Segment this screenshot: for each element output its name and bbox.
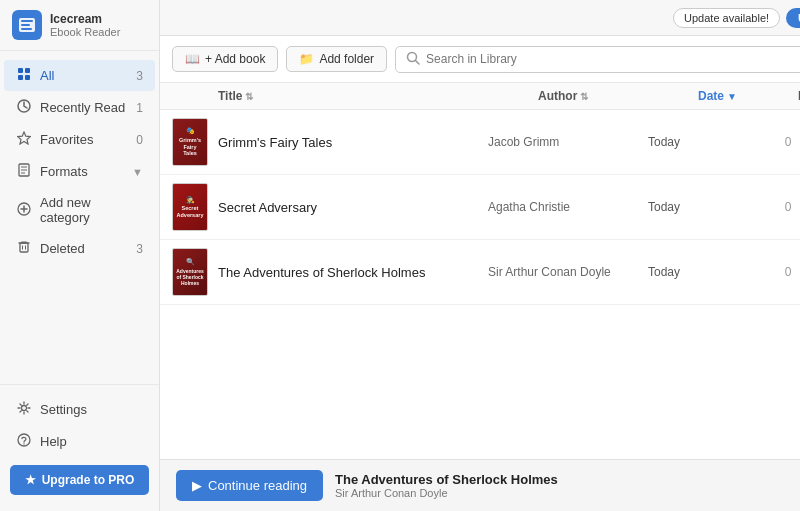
sidebar-item-settings[interactable]: Settings bbox=[4, 394, 155, 425]
continue-reading-label: Continue reading bbox=[208, 478, 307, 493]
sidebar-item-favorites[interactable]: Favorites 0 bbox=[4, 124, 155, 155]
sidebar-nav: All 3 Recently Read 1 Favorites 0 Format… bbox=[0, 51, 159, 384]
bottom-book-author: Sir Arthur Conan Doyle bbox=[335, 487, 800, 499]
sidebar-footer: Settings Help ★ Upgrade to PRO bbox=[0, 384, 159, 511]
settings-icon bbox=[16, 401, 32, 418]
sidebar-favorites-label: Favorites bbox=[40, 132, 128, 147]
book-cover-secret-adversary: 🕵 Secret Adversary bbox=[172, 183, 208, 231]
sidebar-recently-read-label: Recently Read bbox=[40, 100, 128, 115]
star-icon: ★ bbox=[25, 473, 36, 487]
sidebar-item-formats[interactable]: Formats ▼ bbox=[4, 156, 155, 187]
book-list: 🎭 Grimm's Fairy Tales Grimm's Fairy Tale… bbox=[160, 110, 800, 459]
app-title: Icecream Ebook Reader bbox=[50, 12, 120, 38]
book-cover-sherlock: 🔍 Adventures of Sherlock Holmes bbox=[172, 248, 208, 296]
book-title-secret-adversary: Secret Adversary bbox=[218, 200, 488, 215]
table-row[interactable]: 🕵 Secret Adversary Secret Adversary Agat… bbox=[160, 175, 800, 240]
formats-icon bbox=[16, 163, 32, 180]
svg-rect-6 bbox=[18, 75, 23, 80]
col-header-date[interactable]: Date ▼ bbox=[698, 89, 798, 103]
recently-read-icon bbox=[16, 99, 32, 116]
book-title-sherlock: The Adventures of Sherlock Holmes bbox=[218, 265, 488, 280]
titlebar: Update available! Upgrade to PRO − □ × bbox=[160, 0, 800, 36]
sidebar: Icecream Ebook Reader All 3 Recently Rea… bbox=[0, 0, 160, 511]
upgrade-pro-titlebar-button[interactable]: Upgrade to PRO bbox=[786, 8, 800, 28]
sidebar-item-deleted[interactable]: Deleted 3 bbox=[4, 233, 155, 264]
book-date-secret-adversary: Today bbox=[648, 200, 748, 214]
svg-point-20 bbox=[22, 406, 27, 411]
sidebar-formats-label: Formats bbox=[40, 164, 124, 179]
sidebar-item-add-category[interactable]: Add new category bbox=[4, 188, 155, 232]
table-row[interactable]: 🎭 Grimm's Fairy Tales Grimm's Fairy Tale… bbox=[160, 110, 800, 175]
author-sort-icon: ⇅ bbox=[580, 91, 588, 102]
add-book-label: + Add book bbox=[205, 52, 265, 66]
sidebar-add-category-label: Add new category bbox=[40, 195, 143, 225]
book-author-sherlock: Sir Arthur Conan Doyle bbox=[488, 265, 648, 279]
help-label: Help bbox=[40, 434, 143, 449]
update-available-badge[interactable]: Update available! bbox=[673, 8, 780, 28]
book-notes-grimms: 0 bbox=[748, 135, 800, 149]
book-date-sherlock: Today bbox=[648, 265, 748, 279]
continue-reading-button[interactable]: ▶ Continue reading bbox=[176, 470, 323, 501]
table-row[interactable]: 🔍 Adventures of Sherlock Holmes The Adve… bbox=[160, 240, 800, 305]
svg-line-24 bbox=[416, 60, 420, 64]
bottom-book-title: The Adventures of Sherlock Holmes bbox=[335, 472, 800, 487]
main-content: Update available! Upgrade to PRO − □ × 📖… bbox=[160, 0, 800, 511]
search-icon bbox=[406, 51, 420, 68]
sidebar-item-help[interactable]: Help bbox=[4, 426, 155, 457]
svg-rect-1 bbox=[21, 20, 33, 22]
add-folder-icon: 📁 bbox=[299, 52, 314, 66]
sidebar-all-label: All bbox=[40, 68, 128, 83]
book-date-grimms: Today bbox=[648, 135, 748, 149]
search-input[interactable] bbox=[426, 52, 800, 66]
app-logo bbox=[12, 10, 42, 40]
svg-rect-4 bbox=[18, 68, 23, 73]
sidebar-recently-read-count: 1 bbox=[136, 101, 143, 115]
app-subtitle: Ebook Reader bbox=[50, 26, 120, 38]
book-notes-sherlock: 0 bbox=[748, 265, 800, 279]
bottom-bar: ▶ Continue reading The Adventures of She… bbox=[160, 459, 800, 511]
svg-rect-2 bbox=[21, 24, 30, 26]
play-icon: ▶ bbox=[192, 478, 202, 493]
formats-expand-icon: ▼ bbox=[132, 166, 143, 178]
favorites-icon bbox=[16, 131, 32, 148]
date-sort-icon: ▼ bbox=[727, 91, 737, 102]
sidebar-all-count: 3 bbox=[136, 69, 143, 83]
add-folder-button[interactable]: 📁 Add folder bbox=[286, 46, 387, 72]
book-title-grimms: Grimm's Fairy Tales bbox=[218, 135, 488, 150]
sidebar-deleted-count: 3 bbox=[136, 242, 143, 256]
sidebar-favorites-count: 0 bbox=[136, 133, 143, 147]
add-folder-label: Add folder bbox=[319, 52, 374, 66]
book-author-grimms: Jacob Grimm bbox=[488, 135, 648, 149]
table-header: Title ⇅ Author ⇅ Date ▼ Notes ⇅ Progress… bbox=[160, 83, 800, 110]
settings-label: Settings bbox=[40, 402, 143, 417]
all-icon bbox=[16, 67, 32, 84]
col-header-author[interactable]: Author ⇅ bbox=[538, 89, 698, 103]
sidebar-item-recently-read[interactable]: Recently Read 1 bbox=[4, 92, 155, 123]
app-name: Icecream bbox=[50, 12, 120, 26]
toolbar: 📖 + Add book 📁 Add folder bbox=[160, 36, 800, 83]
sidebar-item-all[interactable]: All 3 bbox=[4, 60, 155, 91]
svg-rect-7 bbox=[25, 75, 30, 80]
col-header-title[interactable]: Title ⇅ bbox=[218, 89, 538, 103]
book-author-secret-adversary: Agatha Christie bbox=[488, 200, 648, 214]
search-bar bbox=[395, 46, 800, 73]
app-header: Icecream Ebook Reader bbox=[0, 0, 159, 51]
add-book-icon: 📖 bbox=[185, 52, 200, 66]
book-notes-secret-adversary: 0 bbox=[748, 200, 800, 214]
upgrade-pro-button[interactable]: ★ Upgrade to PRO bbox=[10, 465, 149, 495]
svg-rect-17 bbox=[20, 243, 28, 252]
book-cover-grimms: 🎭 Grimm's Fairy Tales bbox=[172, 118, 208, 166]
svg-marker-9 bbox=[18, 132, 31, 144]
add-book-button[interactable]: 📖 + Add book bbox=[172, 46, 278, 72]
upgrade-btn-label: Upgrade to PRO bbox=[42, 473, 135, 487]
svg-rect-5 bbox=[25, 68, 30, 73]
deleted-icon bbox=[16, 240, 32, 257]
help-icon bbox=[16, 433, 32, 450]
sidebar-deleted-label: Deleted bbox=[40, 241, 128, 256]
add-category-icon bbox=[16, 202, 32, 219]
svg-rect-3 bbox=[21, 28, 32, 30]
bottom-book-info: The Adventures of Sherlock Holmes Sir Ar… bbox=[335, 472, 800, 499]
title-sort-icon: ⇅ bbox=[245, 91, 253, 102]
svg-point-22 bbox=[23, 443, 24, 444]
